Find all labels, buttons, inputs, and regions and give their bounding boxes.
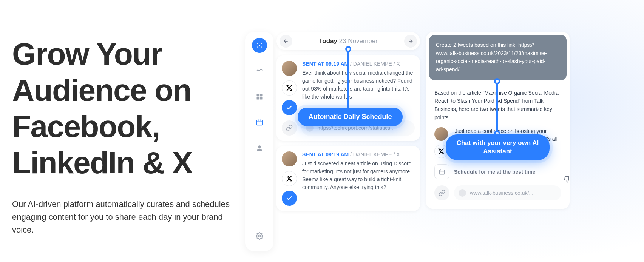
x-icon	[282, 171, 297, 186]
sidebar-profile-button[interactable]	[252, 140, 267, 156]
svg-point-13	[258, 145, 261, 148]
chat-panel: Create 2 tweets based on this link: http…	[426, 32, 570, 209]
link-url[interactable]: www.talk-business.co.uk/...	[454, 185, 561, 200]
svg-rect-17	[439, 170, 445, 174]
sidebar-grid-button[interactable]	[252, 89, 267, 104]
sidebar-calendar-button[interactable]	[252, 115, 267, 130]
x-icon	[282, 80, 297, 96]
date-today: Today	[319, 37, 337, 45]
post-card[interactable]: SENT AT 09:19 AM / DANIEL KEMPE / X Just…	[276, 146, 420, 211]
avatar	[282, 61, 297, 76]
connector-dot	[345, 46, 351, 52]
svg-rect-5	[256, 94, 259, 97]
sidebar	[245, 32, 273, 251]
hero-subtitle: Our AI-driven platform automatically cur…	[12, 198, 239, 236]
connector-line	[347, 49, 349, 109]
chat-assistant-pill: Chat with your very own AI Assistant	[446, 134, 550, 160]
post-author: DANIEL KEMPE / X	[353, 151, 400, 157]
avatar	[282, 151, 297, 166]
svg-point-4	[261, 46, 262, 48]
avatar	[434, 127, 448, 141]
sidebar-sparkle-button[interactable]	[252, 38, 267, 53]
post-sent-time: SENT AT 09:19 AM	[302, 61, 349, 67]
link-url-text: www.talk-business.co.uk/...	[470, 190, 533, 196]
chat-response-intro: Based on the article "Maximise Organic S…	[434, 89, 561, 122]
connector-dot	[494, 78, 500, 84]
svg-point-0	[257, 43, 258, 44]
date-label: Today 23 November	[319, 37, 378, 45]
calendar-icon	[434, 164, 449, 179]
post-sent-time: SENT AT 09:19 AM	[302, 151, 349, 157]
svg-point-3	[257, 46, 258, 48]
svg-rect-8	[259, 97, 262, 100]
svg-rect-6	[259, 94, 262, 97]
post-author: DANIEL KEMPE / X	[353, 61, 400, 67]
check-icon	[282, 191, 297, 206]
svg-point-1	[261, 43, 262, 44]
sidebar-analytics-button[interactable]	[252, 63, 267, 79]
link-icon	[434, 185, 449, 200]
check-icon	[282, 100, 297, 115]
connector-line	[496, 81, 498, 136]
next-day-button[interactable]	[404, 35, 417, 48]
prev-day-button[interactable]	[280, 35, 292, 48]
hero-title: Grow Your Audience on Facebook, LinkedIn…	[12, 36, 239, 181]
post-text: Just discovered a neat article on using …	[302, 160, 415, 191]
chat-user-prompt: Create 2 tweets based on this link: http…	[429, 35, 567, 80]
thumbs-down-button[interactable]	[563, 175, 572, 184]
svg-point-2	[259, 45, 260, 46]
sidebar-settings-button[interactable]	[252, 228, 267, 244]
automatic-schedule-pill: Automatic Daily Schedule	[298, 108, 403, 126]
post-text: Ever think about how social media change…	[302, 69, 415, 101]
svg-rect-9	[256, 120, 262, 125]
date-value: 23 November	[339, 37, 378, 45]
schedule-best-time-link[interactable]: Schedule for me at the best time	[454, 169, 536, 175]
svg-rect-7	[256, 97, 259, 100]
favicon	[459, 189, 466, 197]
link-icon	[282, 120, 297, 136]
svg-point-14	[258, 235, 260, 237]
